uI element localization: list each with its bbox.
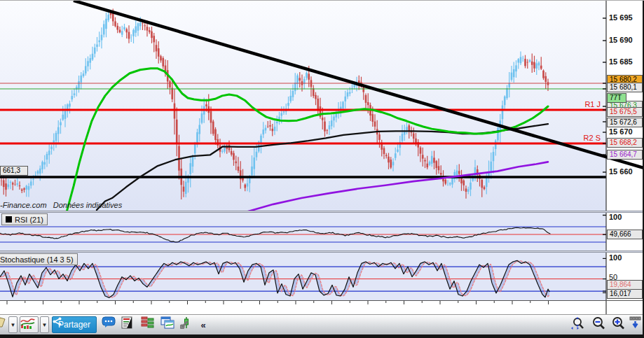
price-tick-label: 15 695 bbox=[609, 13, 633, 22]
rsi-panel[interactable]: RSI (21) 100 49,666 bbox=[0, 213, 644, 251]
rsi-value-box: 49,666 bbox=[607, 230, 643, 239]
drawing-tool-icon bbox=[0, 316, 6, 328]
chart-windows-button[interactable] bbox=[160, 316, 177, 333]
market-depth-icon bbox=[141, 316, 154, 328]
collapse-toolbar-button[interactable]: « bbox=[198, 316, 208, 333]
drawing-tool-button-partial[interactable] bbox=[0, 316, 7, 333]
price-tick-label: 15 670 bbox=[609, 127, 633, 136]
rsi-color-swatch bbox=[6, 216, 12, 223]
rsi-tick-100: 100 bbox=[609, 213, 622, 221]
main-price-chart[interactable]: -Finance.com Données indicatives R1 J R2… bbox=[0, 1, 644, 211]
watermark-source: -Finance.com bbox=[0, 201, 47, 209]
news-icon bbox=[121, 316, 133, 329]
price-marker-box: 15 664,7 bbox=[607, 150, 643, 160]
chat-button[interactable] bbox=[102, 316, 118, 333]
candlestick-chart-canvas[interactable] bbox=[0, 1, 644, 211]
rsi-panel-label: RSI (21) bbox=[15, 216, 43, 224]
watermark: -Finance.com Données indicatives bbox=[0, 201, 122, 209]
zoom-drag-button[interactable] bbox=[570, 316, 589, 333]
stochastic-panel-tag[interactable]: Stochastique (14 3 5) bbox=[0, 253, 78, 265]
bottom-toolbar: ▼ ▼ Partager bbox=[0, 314, 644, 335]
news-button[interactable] bbox=[121, 316, 138, 333]
panel-layout-icon bbox=[629, 316, 641, 328]
watermark-note: Données indicatives bbox=[53, 201, 122, 209]
pivot-r1-label: R1 J bbox=[584, 100, 601, 108]
share-button[interactable]: Partager bbox=[52, 316, 97, 333]
chart-settings-icon bbox=[180, 316, 193, 329]
stochastic-panel-label: Stochastique (14 3 5) bbox=[0, 255, 74, 264]
stoch-tick-100: 100 bbox=[609, 253, 622, 262]
support-price-left-label: 661,3 bbox=[0, 166, 28, 176]
zoom-out-button[interactable] bbox=[591, 316, 609, 333]
chart-settings-button[interactable] bbox=[180, 316, 197, 333]
drawing-tool-dropdown[interactable]: ▼ bbox=[8, 316, 18, 333]
price-marker-box: 15 675,5 bbox=[607, 107, 643, 117]
price-marker-box: 77T bbox=[607, 93, 626, 103]
chart-style-icon bbox=[20, 317, 35, 330]
stoch-d-value-box: 19,864 bbox=[607, 280, 643, 290]
chat-icon bbox=[102, 316, 116, 328]
zoom-drag-icon bbox=[570, 316, 586, 330]
trading-app-window: -Finance.com Données indicatives R1 J R2… bbox=[0, 0, 644, 338]
chart-style-dropdown[interactable]: ▼ bbox=[40, 316, 49, 333]
price-tick-label: 15 685 bbox=[609, 57, 633, 66]
stochastic-panel[interactable]: Stochastique (14 3 5) 100 50 19,864 16,0… bbox=[0, 253, 644, 300]
price-marker-box: 15 680,1 bbox=[607, 83, 643, 92]
zoom-in-button[interactable] bbox=[610, 316, 629, 333]
price-marker-box: 15 672,6 bbox=[607, 118, 643, 127]
time-axis: 15:4015:4415:4815:5215:5616:0016:0416:08… bbox=[0, 300, 644, 314]
chart-style-button[interactable] bbox=[20, 316, 39, 333]
price-marker-box: 15 668,2 bbox=[607, 138, 643, 148]
stoch-k-value-box: 16,017 bbox=[607, 289, 643, 299]
panel-layout-button[interactable] bbox=[629, 316, 644, 333]
bottom-black-bar bbox=[0, 335, 644, 338]
rsi-chart-canvas[interactable] bbox=[0, 213, 644, 251]
share-icon bbox=[53, 317, 62, 326]
time-axis-ticks bbox=[0, 301, 644, 315]
zoom-in-icon bbox=[610, 316, 626, 330]
market-depth-button[interactable] bbox=[141, 316, 158, 333]
pivot-r2-label: R2 S bbox=[584, 134, 601, 142]
price-tick-label: 15 690 bbox=[609, 36, 633, 44]
rsi-panel-tag[interactable]: RSI (21) bbox=[1, 213, 48, 225]
chart-windows-icon bbox=[160, 316, 174, 329]
zoom-out-icon bbox=[591, 316, 606, 330]
price-tick-label: 15 660 bbox=[609, 167, 633, 176]
share-button-label: Partager bbox=[58, 320, 90, 330]
stochastic-chart-canvas[interactable] bbox=[0, 253, 644, 300]
